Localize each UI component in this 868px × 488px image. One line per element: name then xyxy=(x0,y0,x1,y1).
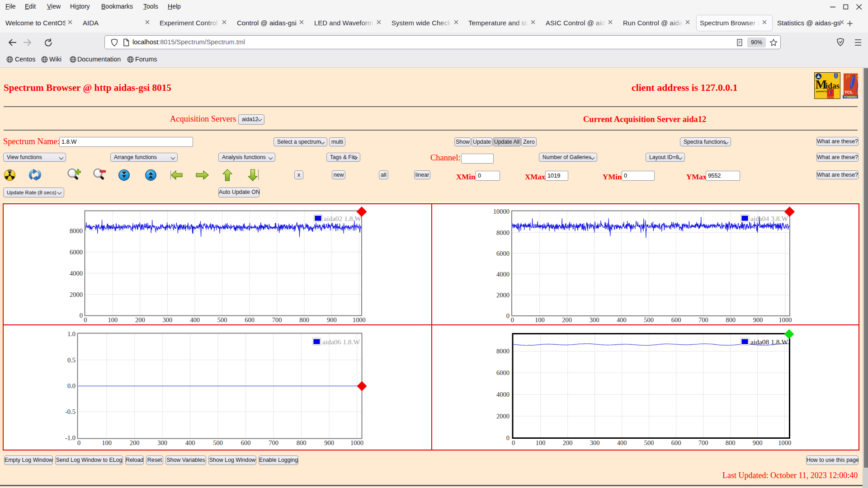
svg-text:500: 500 xyxy=(217,316,227,324)
svg-text:400: 400 xyxy=(617,439,627,446)
svg-text:300: 300 xyxy=(590,439,600,446)
svg-text:400: 400 xyxy=(190,316,200,324)
svg-text:0: 0 xyxy=(506,312,509,319)
svg-text:aida08 1.8.W: aida08 1.8.W xyxy=(750,338,788,346)
svg-text:500: 500 xyxy=(213,439,223,446)
svg-text:200: 200 xyxy=(562,316,572,324)
svg-text:0.0: 0.0 xyxy=(67,382,75,389)
svg-text:1000: 1000 xyxy=(353,316,366,324)
svg-text:0.5: 0.5 xyxy=(67,357,75,364)
svg-text:8000: 8000 xyxy=(496,347,509,355)
svg-text:TCL/TK: TCL/TK xyxy=(828,96,835,98)
svg-text:600: 600 xyxy=(671,439,681,446)
svg-text:8000: 8000 xyxy=(70,227,83,235)
svg-text:6000: 6000 xyxy=(496,250,509,257)
svg-text:700: 700 xyxy=(698,439,708,446)
svg-text:500: 500 xyxy=(644,316,654,324)
svg-text:2000: 2000 xyxy=(496,413,509,420)
svg-text:POWERED: POWERED xyxy=(844,95,857,99)
svg-text:100: 100 xyxy=(102,439,112,446)
svg-text:300: 300 xyxy=(157,439,167,446)
svg-text:2000: 2000 xyxy=(496,291,509,299)
svg-text:200: 200 xyxy=(135,316,145,324)
svg-text:1.0: 1.0 xyxy=(67,330,75,338)
svg-text:300: 300 xyxy=(590,316,599,324)
svg-text:0: 0 xyxy=(84,316,87,324)
svg-text:800: 800 xyxy=(297,439,307,446)
svg-text:300: 300 xyxy=(163,316,173,324)
svg-text:8000: 8000 xyxy=(496,229,509,236)
svg-text:0: 0 xyxy=(77,439,80,446)
svg-text:aida06 1.8.W: aida06 1.8.W xyxy=(322,338,360,346)
svg-text:4000: 4000 xyxy=(496,391,509,398)
svg-text:0: 0 xyxy=(512,439,515,446)
svg-text:100: 100 xyxy=(535,316,545,324)
svg-text:400: 400 xyxy=(185,439,195,446)
svg-text:0: 0 xyxy=(506,434,509,441)
svg-text:400: 400 xyxy=(617,316,627,324)
svg-text:700: 700 xyxy=(269,439,278,446)
svg-text:powered by: powered by xyxy=(816,90,828,93)
svg-text:1000: 1000 xyxy=(350,439,363,446)
svg-text:500: 500 xyxy=(644,439,654,446)
svg-text:1000: 1000 xyxy=(778,439,791,446)
svg-text:4000: 4000 xyxy=(496,271,509,278)
svg-text:aida02 1.8.W: aida02 1.8.W xyxy=(324,215,361,222)
svg-text:0: 0 xyxy=(80,312,83,319)
svg-text:800: 800 xyxy=(726,316,736,324)
svg-text:100: 100 xyxy=(108,316,118,324)
svg-text:600: 600 xyxy=(671,316,681,324)
svg-text:aida04 3.8.W: aida04 3.8.W xyxy=(750,215,788,222)
svg-text:200: 200 xyxy=(563,439,573,446)
svg-text:800: 800 xyxy=(726,439,736,446)
svg-text:10000: 10000 xyxy=(493,208,509,215)
svg-text:600: 600 xyxy=(241,439,251,446)
svg-text:TCL: TCL xyxy=(844,89,853,94)
svg-text:1000: 1000 xyxy=(778,316,792,324)
svg-text:2000: 2000 xyxy=(70,291,83,298)
svg-text:800: 800 xyxy=(299,316,309,324)
svg-text:4000: 4000 xyxy=(70,270,83,277)
svg-text:6000: 6000 xyxy=(496,369,509,376)
svg-text:900: 900 xyxy=(753,439,763,446)
svg-text:900: 900 xyxy=(324,439,334,446)
svg-text:700: 700 xyxy=(698,316,708,324)
svg-text:900: 900 xyxy=(753,316,763,324)
svg-text:6000: 6000 xyxy=(70,249,83,256)
svg-text:100: 100 xyxy=(536,439,546,446)
svg-text:0: 0 xyxy=(511,316,514,324)
svg-text:600: 600 xyxy=(245,316,255,324)
svg-text:900: 900 xyxy=(327,316,337,324)
svg-text:-0.5: -0.5 xyxy=(65,408,75,415)
svg-text:-1.0: -1.0 xyxy=(65,434,75,441)
svg-text:200: 200 xyxy=(130,439,140,446)
svg-text:700: 700 xyxy=(272,316,282,324)
